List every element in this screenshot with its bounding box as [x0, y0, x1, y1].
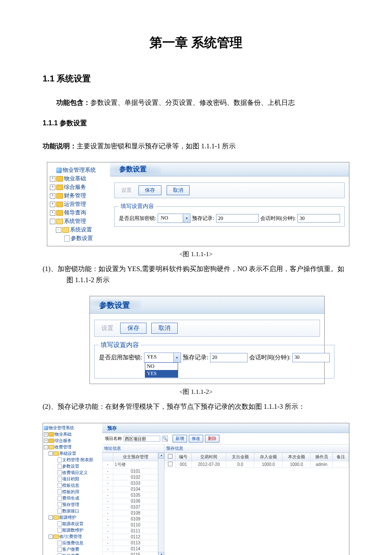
- tree-item[interactable]: 文档管理·附表部: [44, 457, 101, 463]
- tree-item[interactable]: 项目积阳: [44, 476, 101, 483]
- table-row[interactable]: -0110: [103, 522, 158, 528]
- tree-item[interactable]: -系统设置: [50, 225, 108, 234]
- edit-button[interactable]: 修改: [189, 435, 203, 442]
- expand-icon[interactable]: +: [50, 202, 55, 207]
- chapter-title: 第一章 系统管理: [43, 34, 349, 52]
- tree-item[interactable]: +综合服务: [44, 438, 101, 444]
- col-header: 交易时间: [191, 453, 226, 461]
- tree-item[interactable]: +物业基础: [50, 174, 108, 183]
- tree-item[interactable]: 模板信息: [44, 483, 101, 489]
- folder-icon: [56, 210, 63, 216]
- chevron-down-icon[interactable]: ▾: [183, 214, 190, 223]
- collapse-icon[interactable]: -: [56, 227, 61, 233]
- table-row[interactable]: -0106: [103, 498, 158, 504]
- collapse-icon[interactable]: -: [49, 515, 53, 520]
- figure-1-1-1-1: 物业管理系统 +物业基础 +综合服务 +财务管理 +运营管理 +领导查询 -系统…: [47, 162, 349, 246]
- tree-item[interactable]: 客户缴费: [44, 546, 101, 553]
- cancel-button[interactable]: 取消: [167, 185, 190, 195]
- collapse-icon[interactable]: -: [50, 219, 55, 224]
- table-row[interactable]: -0115: [103, 552, 158, 555]
- expand-icon[interactable]: +: [50, 176, 55, 182]
- expand-icon[interactable]: +: [44, 432, 48, 436]
- tree-item[interactable]: -能源维护: [44, 515, 101, 521]
- table-row[interactable]: -0112: [103, 534, 158, 540]
- tree-item[interactable]: +运营管理: [50, 200, 108, 208]
- table-row[interactable]: -0108: [103, 510, 158, 516]
- table-row[interactable]: -0114: [103, 546, 158, 552]
- cancel-button[interactable]: 取消: [151, 323, 178, 334]
- session-label: 会话时间(分钟):: [260, 215, 296, 222]
- tree-item[interactable]: 参数设置: [50, 234, 108, 243]
- tree-item[interactable]: 参数设置: [44, 463, 101, 470]
- save-button[interactable]: 保存: [138, 185, 161, 195]
- expand-icon[interactable]: +: [44, 439, 48, 443]
- tree-item[interactable]: 收费项目定义: [44, 470, 101, 476]
- table-row[interactable]: -0102: [103, 474, 158, 480]
- table-row[interactable]: -0101: [103, 468, 158, 474]
- dropdown-option[interactable]: YES: [145, 370, 178, 377]
- tree-root[interactable]: 物业管理系统: [44, 425, 101, 431]
- expand-icon[interactable]: +: [50, 193, 55, 199]
- tree-item[interactable]: 模板的用: [44, 489, 101, 495]
- panel-title-text: 参数设置: [119, 165, 147, 174]
- col-header: [103, 453, 113, 461]
- save-button[interactable]: 保存: [120, 323, 147, 334]
- collapse-icon[interactable]: -: [49, 451, 53, 456]
- tree-item[interactable]: +综合服务: [50, 183, 108, 191]
- folder-icon: [49, 439, 54, 443]
- scroll-down-icon[interactable]: ▾: [159, 552, 164, 555]
- address-table: 业主预存管理 -1号楼-0101-0102-0103-0104-0105-010…: [102, 453, 158, 555]
- scrollbar[interactable]: ▴ ▾: [158, 453, 164, 555]
- settings-button: 设置: [118, 187, 135, 193]
- table-row[interactable]: -0103: [103, 480, 158, 486]
- tree-item[interactable]: -基础设置: [44, 451, 101, 457]
- table-row[interactable]: -0104: [103, 486, 158, 492]
- lock-label: 是否启用加密锁:: [99, 354, 142, 361]
- app-icon: [56, 168, 62, 173]
- tree-item[interactable]: 预存管理: [44, 502, 101, 508]
- delete-button[interactable]: 删除: [205, 435, 219, 442]
- new-button[interactable]: 新增: [173, 435, 187, 442]
- table-row[interactable]: 001 2012-07-20 0.0 1000.0 1000.0 admin: [165, 461, 349, 468]
- table-row[interactable]: -0105: [103, 492, 158, 498]
- tree-item[interactable]: 能源数维护: [44, 527, 101, 534]
- table-row[interactable]: -0107: [103, 504, 158, 510]
- table-row[interactable]: -0109: [103, 516, 158, 522]
- tree-item[interactable]: +领导查询: [50, 208, 108, 217]
- lock-dropdown[interactable]: NO YES: [145, 362, 178, 378]
- expand-icon[interactable]: +: [50, 185, 55, 190]
- search-icon[interactable]: 🔍: [162, 436, 168, 442]
- query-bar: 项目名称 西区项目部 🔍 新增 修改 删除: [102, 433, 349, 445]
- tree-item[interactable]: 能源表设置: [44, 521, 101, 527]
- tree-item[interactable]: 数据接口: [44, 508, 101, 515]
- table-row[interactable]: -0111: [103, 528, 158, 534]
- tree-item[interactable]: -收/欠费管理: [44, 534, 101, 540]
- tree-item[interactable]: +财务管理: [50, 191, 108, 200]
- presave-input[interactable]: 20: [216, 214, 259, 223]
- tree-item[interactable]: +物业基础: [44, 431, 101, 438]
- tree-item[interactable]: 批量缴费: [44, 553, 101, 555]
- expand-icon[interactable]: +: [50, 210, 55, 216]
- chevron-down-icon[interactable]: ▾: [173, 353, 181, 362]
- scroll-up-icon[interactable]: ▴: [159, 453, 164, 459]
- presave-input[interactable]: 20: [210, 353, 248, 362]
- project-input[interactable]: 西区项目部: [124, 436, 160, 442]
- tree-item[interactable]: 应缴费信息: [44, 540, 101, 546]
- table-row[interactable]: -1号楼: [103, 461, 158, 468]
- checkbox[interactable]: [168, 454, 173, 459]
- tree-item[interactable]: 费用生成: [44, 495, 101, 502]
- table-row[interactable]: -0113: [103, 540, 158, 546]
- tree-root[interactable]: 物业管理系统: [50, 166, 108, 174]
- collapse-icon[interactable]: -: [44, 445, 48, 449]
- session-input[interactable]: 30: [297, 214, 340, 223]
- tree-item[interactable]: -收费管理: [44, 444, 101, 451]
- checkbox[interactable]: [168, 462, 173, 466]
- lock-select[interactable]: YES ▾: [144, 353, 181, 363]
- collapse-icon[interactable]: -: [49, 535, 53, 539]
- tree-item[interactable]: -系统管理: [50, 217, 108, 225]
- lock-select[interactable]: NO ▾: [158, 214, 190, 223]
- presave-panel: 预存 项目名称 西区项目部 🔍 新增 修改 删除 地址信息 业主预存管理: [102, 423, 349, 555]
- panel-header: 参数设置: [90, 296, 324, 314]
- session-input[interactable]: 30: [292, 353, 330, 362]
- dropdown-option[interactable]: NO: [145, 363, 178, 370]
